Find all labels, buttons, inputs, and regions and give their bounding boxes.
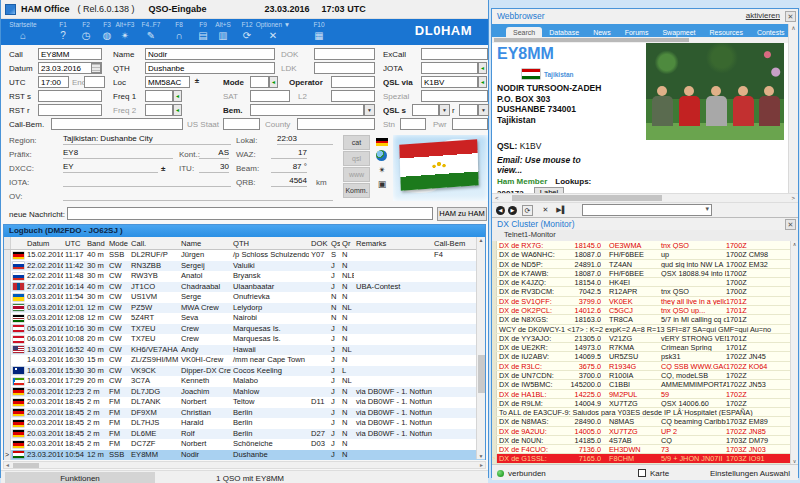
dx-spot-line[interactable]: WCY de DK0WCY-1 <17> : K=2 expK=2 A=8 R=… [492, 325, 798, 334]
logbook-row[interactable]: 14.03.201616:3015 mCWZL/ZS9HI/MMVK0HI-Cr… [4, 355, 485, 366]
dx-spot-line[interactable]: DX de RX7G:18145.0OE3WMAtnx QSO1700Z [492, 241, 798, 250]
usstaat-input[interactable] [223, 118, 260, 130]
browser-tab-resources[interactable]: Resources [702, 27, 749, 37]
spezial-input[interactable] [421, 90, 488, 102]
dx-spot-line[interactable]: DX de UE2KR:14973.0R7KMACrimean Spring17… [492, 343, 798, 352]
dx-spot-line[interactable]: DX de N8XGS:18163.0TR8CA5/7 in MI callin… [492, 315, 798, 324]
pwr-input[interactable] [452, 118, 488, 130]
bem-input[interactable] [250, 104, 364, 116]
dx-spot-line[interactable]: DX de OK2PCL:14012.6C5GCJtnx QSO up...17… [492, 306, 798, 315]
datum-calendar-button[interactable] [91, 63, 101, 73]
logbook-row[interactable]: 16.03.201615:3030 mCWVK9CKDipper-DX Crew… [4, 366, 485, 377]
browser-tab-database[interactable]: Database [542, 27, 586, 37]
dx-spot-line[interactable]: DX de N8MAS:28490.0N8MASCQ beaming Carib… [492, 417, 798, 426]
ldk-input[interactable] [314, 62, 375, 74]
dx-spot-line[interactable]: >DX de G1SSL:7165.0F8CHM5/9 + JHON JN07I… [492, 454, 798, 463]
loc-input[interactable] [145, 76, 190, 88]
dx-spot-line[interactable]: DX de SV1QFF:3799.0VK0EKthey all live in… [492, 297, 798, 306]
dx-spot-line[interactable]: DX de IU2ABV:14069.5UR5ZSUpsk311702Z JN4… [492, 352, 798, 361]
toolbar-button-startseite[interactable]: Startseite⌂ [3, 20, 43, 42]
logbook-vertical-scrollbar[interactable]: ▲▼ [476, 237, 485, 459]
logbook-row[interactable]: 20.03.201618:452 mFMDF9XMChristianBerlin… [4, 408, 485, 419]
qslvia-dropdown-button[interactable]: ◄ [478, 76, 487, 88]
freq2-input[interactable] [145, 104, 173, 116]
qsls-dropdown-button[interactable]: ▼ [439, 104, 450, 116]
karte-checkbox[interactable] [638, 469, 646, 477]
logbook-row[interactable]: 03.03.201611:5430 mCWUS1VMSergeOnufrievk… [4, 292, 485, 303]
mode-input[interactable] [250, 76, 269, 88]
operator-input[interactable] [331, 76, 375, 88]
browser-bookmark-icon[interactable]: ▶▌ [556, 205, 567, 216]
dx-cluster-close-icon[interactable]: ✕ [785, 219, 796, 230]
dxcc-plusminus-button[interactable]: ± [161, 164, 165, 173]
browser-tab-swapmeet[interactable]: Swapmeet [655, 27, 702, 37]
dx-spot-line[interactable]: DX de K4JZQ:18154.0HK4EI1700Z [492, 278, 798, 287]
freq2-dropdown-button[interactable]: ◄ [173, 104, 182, 116]
activate-link[interactable]: aktivieren [746, 11, 780, 20]
browser-address-combobox[interactable] [582, 204, 712, 216]
logbook-row[interactable]: 27.02.201616:1440 mCWJT1COChadraabalUlaa… [4, 282, 485, 293]
dx-spot-line[interactable]: DX de R9LM:14004.9XU7TZGQSX 14006.601702… [492, 399, 798, 408]
toolbar-button-f10[interactable]: F10▦ [299, 20, 339, 42]
logbook-row[interactable]: 22.02.201611:4830 mCWRW3YBAnatolBryanskJ… [4, 271, 485, 282]
logbook-row[interactable]: 03.03.201612:0112 mCWPZ5WMWA CrewLelydor… [4, 303, 485, 314]
side-button-qsl[interactable]: qsl [343, 151, 370, 166]
mode-dropdown-button[interactable]: ◄ [269, 76, 278, 88]
dx-spot-line[interactable]: DX de YY3AJO:21305.0V21ZGvERY STRONG VEN… [492, 334, 798, 343]
jota-dropdown-button[interactable]: ◄ [478, 62, 487, 74]
browser-tab-forums[interactable]: Forums [618, 27, 656, 37]
loc-plusminus-button[interactable]: ± [192, 76, 202, 88]
logbook-row[interactable]: 15.02.201611:1740 mSSBDL2RUF/PJürgen/p S… [4, 250, 485, 261]
logbook-row[interactable]: 05.03.201610:1630 mCWTX7EUCrewMarquesas … [4, 324, 485, 335]
logbook-horizontal-scrollbar[interactable]: ◄► [3, 461, 486, 469]
dx-spot-line[interactable]: DX de F4CUO:7136.0EH3DWN731703Z JN03 [492, 445, 798, 454]
satellite-icon[interactable]: ✴ [376, 164, 388, 176]
logbook-row[interactable]: >23.03.201610:5412 mSSBEY8MMNodirDushanb… [4, 450, 485, 461]
ham-zu-ham-button[interactable]: HAM zu HAM [437, 207, 487, 221]
logbook-row[interactable]: 20.03.201618:452 mFMDL7HJSHaraldBerlinJN… [4, 418, 485, 429]
qsls-input[interactable] [412, 104, 439, 116]
jota-input[interactable] [421, 62, 478, 74]
call-input[interactable] [38, 48, 102, 60]
logbook-row[interactable]: 20.03.201618:452 mFMDC7ZFNorbertSchöneic… [4, 439, 485, 450]
utc-input[interactable] [38, 76, 69, 88]
rsts-input[interactable] [38, 90, 102, 102]
end-input[interactable] [84, 76, 105, 88]
browser-back-icon[interactable]: ◀ [496, 206, 505, 215]
auswahl-button[interactable]: Auswahl [760, 469, 790, 478]
dx-spot-line[interactable]: DX de ND5P:24891.0TZ4ANgud sig into NW L… [492, 260, 798, 269]
dx-spot-line[interactable]: DX de HA1BL:14225.09M2PUL591702Z [492, 390, 798, 399]
logbook-row[interactable]: 06.03.201610:0820 mCWTX7EUCrewMarquesas … [4, 334, 485, 345]
new-message-input[interactable] [67, 207, 433, 220]
browser-stop-icon[interactable]: ✕ [540, 205, 551, 216]
excall-input[interactable] [421, 48, 488, 60]
qslvia-input[interactable] [421, 76, 478, 88]
browser-refresh-icon[interactable]: ⟳ [522, 205, 533, 216]
rstr-input[interactable] [38, 104, 102, 116]
county-input[interactable] [297, 118, 375, 130]
dx-spot-line[interactable]: DX de N0UN:14185.04S7ABCQ1703Z DM79 [492, 436, 798, 445]
browser-tab-contests[interactable]: Contests [750, 27, 792, 37]
l2-input[interactable] [331, 90, 375, 102]
logbook-row[interactable]: 20.03.201618:452 mFMDL7ANKNorbertTeltowD… [4, 397, 485, 408]
webcam-icon[interactable]: ▣ [376, 178, 388, 190]
dx-spot-line[interactable]: DX de UN7CDN:3700.0R100IACQ, modeLSB1702… [492, 371, 798, 380]
browser-horizontal-scrollbar[interactable]: <> [492, 193, 798, 202]
browser-tab-news[interactable]: News [586, 27, 618, 37]
dx-spot-line[interactable]: DX de 9A2UU:14005.0XU7TZGUP 21702Z JN85 [492, 427, 798, 436]
browser-tab-search[interactable]: Search [506, 27, 542, 37]
dx-spot-line[interactable]: DX de IW5BMC:145200.0C1BBIAMMEMMIMPORTAU… [492, 380, 798, 389]
qth-input[interactable] [145, 62, 275, 74]
name-input[interactable] [145, 48, 275, 60]
qslr-input[interactable] [459, 104, 478, 116]
freq1-dropdown-button[interactable]: ◄ [173, 90, 182, 102]
germany-flag-icon[interactable] [376, 136, 388, 148]
side-button-cat[interactable]: cat [343, 135, 370, 150]
funktionen-button[interactable]: Funktionen [5, 472, 155, 483]
dx-cluster-tab[interactable]: Telnet1-Monitor [492, 230, 798, 241]
logbook-row[interactable]: 03.03.201612:0812 mCW5Z4RTSevaNairobiNN [4, 313, 485, 324]
dx-spot-line[interactable]: DX de RV3DCM:7042.5R12APRtnx QSO1700Z [492, 287, 798, 296]
browser-vertical-scrollbar[interactable]: ∧ [788, 24, 798, 217]
freq1-input[interactable] [145, 90, 173, 102]
qslr-dropdown-button[interactable]: ▼ [478, 104, 489, 116]
